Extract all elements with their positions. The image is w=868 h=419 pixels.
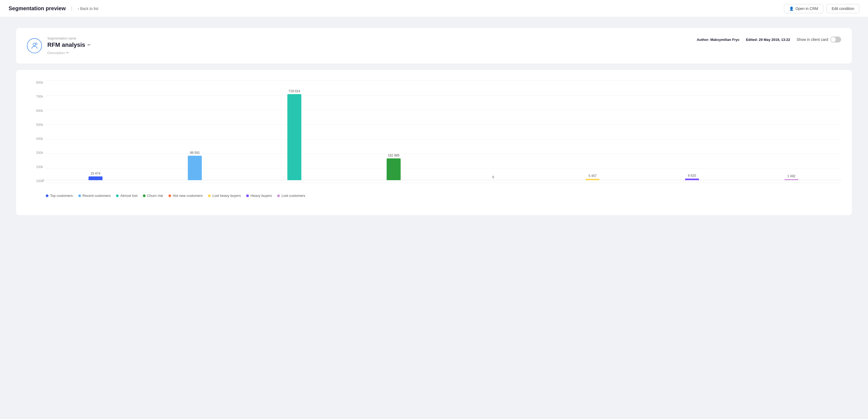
seg-right: Author: Maksymilian Fryc Edited: 29 May … <box>696 37 841 42</box>
legend-item-1: Recent customers <box>78 194 111 198</box>
y-label-200k: 200k <box>36 165 43 169</box>
bar-value-label-3: 182 885 <box>388 154 400 157</box>
y-label-400k: 400k <box>36 137 43 141</box>
edited-label: Edited: <box>746 38 758 42</box>
seg-name-block: Segmentation name RFM analysis ✏ Descrip… <box>48 37 91 55</box>
bar-group-4: 0 <box>443 86 543 180</box>
y-label-600k: 600k <box>36 109 43 113</box>
seg-name-value: RFM analysis ✏ <box>48 41 91 49</box>
bar-value-label-6: 6 620 <box>688 174 696 178</box>
y-label-800k: 800k <box>36 81 43 85</box>
bar-3[interactable] <box>386 158 401 180</box>
back-to-list-link[interactable]: ‹ Back to list <box>78 6 98 11</box>
legend-item-0: Top customers <box>46 194 73 198</box>
seg-left: Segmentation name RFM analysis ✏ Descrip… <box>27 37 91 55</box>
legend-dot-2 <box>116 194 119 197</box>
seg-name-text: RFM analysis <box>48 41 85 49</box>
open-crm-label: Open in CRM <box>795 6 818 11</box>
y-axis-labels: 800k 700k 600k 500k 400k 300k 200k 100k <box>27 81 43 183</box>
legend-dot-6 <box>246 194 249 197</box>
legend-dot-1 <box>78 194 81 197</box>
back-chevron-icon: ‹ <box>78 6 79 11</box>
segmentation-info-card: Segmentation name RFM analysis ✏ Descrip… <box>16 28 852 63</box>
author-label: Author: <box>696 38 709 42</box>
chart-legend: Top customersRecent customersAlmost lost… <box>46 194 841 198</box>
zero-label: 0 <box>42 179 44 182</box>
legend-label-2: Almost lost <box>120 194 137 198</box>
bar-1[interactable] <box>188 156 202 180</box>
y-label-100k: 100k <box>36 179 43 183</box>
seg-author: Author: Maksymilian Fryc <box>696 38 739 42</box>
header-divider: | <box>71 6 72 11</box>
y-label-700k: 700k <box>36 95 43 98</box>
svg-point-0 <box>33 43 36 46</box>
edit-condition-button[interactable]: Edit condition <box>827 4 859 13</box>
chart-body: 0 15 47499 591719 014182 88505 4576 6201… <box>46 81 841 188</box>
legend-dot-0 <box>46 194 49 197</box>
bars-container: 15 47499 591719 014182 88505 4576 6201 4… <box>46 86 841 180</box>
bar-5[interactable] <box>586 179 599 180</box>
back-label: Back to list <box>80 6 98 11</box>
legend-dot-5 <box>208 194 211 197</box>
grid-line <box>46 183 841 183</box>
y-label-300k: 300k <box>36 151 43 155</box>
chart-area: 800k 700k 600k 500k 400k 300k 200k 100k <box>27 81 841 204</box>
legend-dot-3 <box>143 194 146 197</box>
seg-name-label: Segmentation name <box>48 37 91 40</box>
toggle-switch[interactable] <box>830 37 841 42</box>
legend-label-5: Lost heavy buyers <box>212 194 241 198</box>
bar-group-2: 719 014 <box>245 86 344 180</box>
seg-description: Description ✏ <box>48 51 91 55</box>
legend-label-7: Lost customers <box>281 194 305 198</box>
seg-description-label: Description <box>48 51 65 55</box>
bar-value-label-1: 99 591 <box>190 151 200 155</box>
header: Segmentation preview | ‹ Back to list 👤 … <box>0 0 868 17</box>
chart-card: 800k 700k 600k 500k 400k 300k 200k 100k <box>16 70 852 215</box>
bar-group-0: 15 474 <box>46 86 145 180</box>
bar-group-5: 5 457 <box>543 86 643 180</box>
bar-value-label-4: 0 <box>492 175 494 179</box>
bar-value-label-7: 1 492 <box>787 174 795 178</box>
segmentation-icon <box>27 38 42 53</box>
page-title: Segmentation preview <box>9 5 66 11</box>
show-in-client-card-toggle[interactable]: Show in client card <box>797 37 841 42</box>
bar-value-label-2: 719 014 <box>288 89 300 93</box>
legend-label-3: Churn risk <box>147 194 163 198</box>
bar-value-label-0: 15 474 <box>90 171 100 175</box>
bar-2[interactable] <box>287 94 301 180</box>
edit-condition-label: Edit condition <box>832 6 854 11</box>
bar-group-6: 6 620 <box>642 86 742 180</box>
show-in-client-card-label: Show in client card <box>797 37 828 42</box>
header-right: 👤 Open in CRM Edit condition <box>784 4 859 13</box>
bar-group-3: 182 885 <box>344 86 444 180</box>
legend-item-3: Churn risk <box>143 194 163 198</box>
legend-item-5: Lost heavy buyers <box>208 194 241 198</box>
bar-0[interactable] <box>89 176 102 180</box>
open-in-crm-button[interactable]: 👤 Open in CRM <box>784 4 823 13</box>
author-name: Maksymilian Fryc <box>710 38 739 42</box>
bar-group-1: 99 591 <box>145 86 245 180</box>
bar-value-label-5: 5 457 <box>588 174 596 178</box>
seg-name-edit-icon[interactable]: ✏ <box>88 43 91 47</box>
bar-6[interactable] <box>685 179 699 180</box>
header-left: Segmentation preview | ‹ Back to list <box>9 5 98 11</box>
edited-date: 29 May 2019, 13:22 <box>759 38 790 42</box>
main-content: Segmentation name RFM analysis ✏ Descrip… <box>0 17 868 226</box>
bar-group-7: 1 492 <box>742 86 841 180</box>
legend-label-6: Heavy buyers <box>250 194 272 198</box>
legend-label-4: Hot new customers <box>173 194 203 198</box>
seg-edited: Edited: 29 May 2019, 13:22 <box>746 38 790 42</box>
legend-item-2: Almost lost <box>116 194 137 198</box>
person-icon: 👤 <box>789 6 794 11</box>
legend-item-4: Hot new customers <box>168 194 203 198</box>
legend-item-7: Lost customers <box>277 194 305 198</box>
legend-item-6: Heavy buyers <box>246 194 272 198</box>
seg-info-top: Segmentation name RFM analysis ✏ Descrip… <box>27 37 841 55</box>
legend-label-1: Recent customers <box>83 194 111 198</box>
legend-dot-4 <box>168 194 171 197</box>
legend-dot-7 <box>277 194 280 197</box>
bar-7[interactable] <box>784 179 798 180</box>
legend-label-0: Top customers <box>50 194 73 198</box>
seg-desc-edit-icon[interactable]: ✏ <box>66 51 69 55</box>
y-label-500k: 500k <box>36 123 43 127</box>
